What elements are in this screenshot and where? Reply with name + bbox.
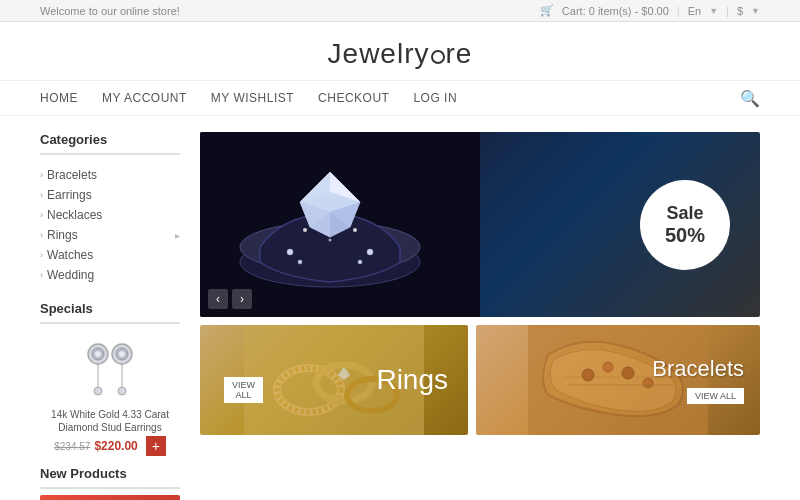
specials-image bbox=[65, 334, 155, 404]
sidebar-item-rings[interactable]: › Rings ▸ bbox=[40, 225, 180, 245]
nav-links: HOME MY ACCOUNT MY WISHLIST CHECKOUT LOG… bbox=[40, 81, 457, 115]
svg-point-20 bbox=[353, 228, 357, 232]
svg-point-2 bbox=[95, 351, 101, 357]
nav-link-checkout[interactable]: CHECKOUT bbox=[318, 81, 389, 115]
nav-item-wishlist[interactable]: MY WISHLIST bbox=[211, 81, 294, 115]
sidebar: Categories › Bracelets › Earrings › Neck… bbox=[40, 116, 180, 500]
nav-link-login[interactable]: LOG IN bbox=[413, 81, 457, 115]
svg-point-24 bbox=[367, 249, 373, 255]
language-selector[interactable]: En bbox=[688, 5, 701, 17]
svg-point-23 bbox=[287, 249, 293, 255]
nav-link-home[interactable]: HOME bbox=[40, 81, 78, 115]
chevron-icon: › bbox=[40, 250, 43, 260]
new-products-thumbnail bbox=[40, 495, 180, 500]
new-products-title: New Products bbox=[40, 466, 180, 489]
nav-item-home[interactable]: HOME bbox=[40, 81, 78, 115]
search-icon[interactable]: 🔍 bbox=[740, 89, 760, 108]
specials-price-row: $234.57 $220.00 + bbox=[40, 436, 180, 456]
categories-title: Categories bbox=[40, 132, 180, 155]
sidebar-item-earrings[interactable]: › Earrings bbox=[40, 185, 180, 205]
specials-old-price: $234.57 bbox=[54, 441, 90, 452]
cart-icon: 🛒 bbox=[540, 4, 554, 17]
rings-panel: VIEW ALL Rings bbox=[200, 325, 468, 435]
hero-banner: Sale 50% ‹ › bbox=[200, 132, 760, 317]
sidebar-item-watches[interactable]: › Watches bbox=[40, 245, 180, 265]
categories-list: › Bracelets › Earrings › Necklaces › Rin… bbox=[40, 165, 180, 285]
prev-arrow[interactable]: ‹ bbox=[208, 289, 228, 309]
carousel-arrows: ‹ › bbox=[208, 289, 252, 309]
svg-point-35 bbox=[603, 362, 613, 372]
logo: Jewelryre bbox=[328, 38, 473, 70]
welcome-text: Welcome to our online store! bbox=[40, 5, 180, 17]
chevron-icon: › bbox=[40, 170, 43, 180]
chevron-icon: › bbox=[40, 230, 43, 240]
svg-point-22 bbox=[329, 239, 332, 242]
nav-item-account[interactable]: MY ACCOUNT bbox=[102, 81, 187, 115]
nav-link-account[interactable]: MY ACCOUNT bbox=[102, 81, 187, 115]
svg-point-21 bbox=[303, 228, 307, 232]
sidebar-item-bracelets[interactable]: › Bracelets bbox=[40, 165, 180, 185]
nav-item-checkout[interactable]: CHECKOUT bbox=[318, 81, 389, 115]
logo-jewelry: Jewelry bbox=[328, 38, 430, 69]
page-wrapper: Welcome to our online store! 🛒 Cart: 0 i… bbox=[0, 0, 800, 500]
chevron-icon: › bbox=[40, 190, 43, 200]
top-bar-right: 🛒 Cart: 0 item(s) - $0.00 | En ▼ | $ ▼ bbox=[540, 4, 760, 17]
svg-point-7 bbox=[119, 351, 125, 357]
sidebar-item-necklaces[interactable]: › Necklaces bbox=[40, 205, 180, 225]
main-nav: HOME MY ACCOUNT MY WISHLIST CHECKOUT LOG… bbox=[0, 80, 800, 116]
bracelets-label: Bracelets bbox=[652, 356, 744, 382]
expand-icon: ▸ bbox=[175, 230, 180, 241]
bottom-panels: VIEW ALL Rings bbox=[200, 325, 760, 435]
svg-point-4 bbox=[94, 387, 102, 395]
add-to-cart-button[interactable]: + bbox=[146, 436, 166, 456]
sale-percent: 50% bbox=[665, 224, 705, 247]
next-arrow[interactable]: › bbox=[232, 289, 252, 309]
chevron-icon: › bbox=[40, 270, 43, 280]
rings-viewall-button[interactable]: VIEW ALL bbox=[224, 377, 263, 403]
header: Jewelryre bbox=[0, 22, 800, 80]
chevron-icon: › bbox=[40, 210, 43, 220]
specials-title: Specials bbox=[40, 301, 180, 324]
svg-point-9 bbox=[118, 387, 126, 395]
rings-label: Rings bbox=[376, 364, 448, 396]
cart-link[interactable]: Cart: 0 item(s) - $0.00 bbox=[562, 5, 669, 17]
sale-label: Sale bbox=[666, 203, 703, 224]
svg-point-25 bbox=[298, 260, 302, 264]
new-products-thumb-area bbox=[40, 495, 180, 500]
rings-label-container: Rings bbox=[376, 364, 448, 396]
divider-1: | bbox=[677, 5, 680, 17]
specials-item-name: 14k White Gold 4.33 Carat Diamond Stud E… bbox=[40, 408, 180, 434]
nav-item-login[interactable]: LOG IN bbox=[413, 81, 457, 115]
bracelets-viewall-button[interactable]: VIEW ALL bbox=[687, 388, 744, 404]
specials-new-price: $220.00 bbox=[94, 439, 137, 453]
currency-chevron-icon: ▼ bbox=[751, 6, 760, 16]
currency-selector[interactable]: $ bbox=[737, 5, 743, 17]
ring-icon bbox=[431, 50, 445, 64]
top-bar: Welcome to our online store! 🛒 Cart: 0 i… bbox=[0, 0, 800, 22]
sale-badge: Sale 50% bbox=[640, 180, 730, 270]
svg-point-26 bbox=[358, 260, 362, 264]
bracelets-panel: Bracelets VIEW ALL bbox=[476, 325, 760, 435]
divider-2: | bbox=[726, 5, 729, 17]
sidebar-item-wedding[interactable]: › Wedding bbox=[40, 265, 180, 285]
logo-store: re bbox=[446, 38, 473, 69]
earrings-svg bbox=[70, 339, 150, 399]
nav-link-wishlist[interactable]: MY WISHLIST bbox=[211, 81, 294, 115]
main-content: Categories › Bracelets › Earrings › Neck… bbox=[0, 116, 800, 500]
specials-item: 14k White Gold 4.33 Carat Diamond Stud E… bbox=[40, 334, 180, 456]
svg-point-34 bbox=[582, 369, 594, 381]
chevron-down-icon: ▼ bbox=[709, 6, 718, 16]
content-area: Sale 50% ‹ › bbox=[200, 116, 760, 500]
